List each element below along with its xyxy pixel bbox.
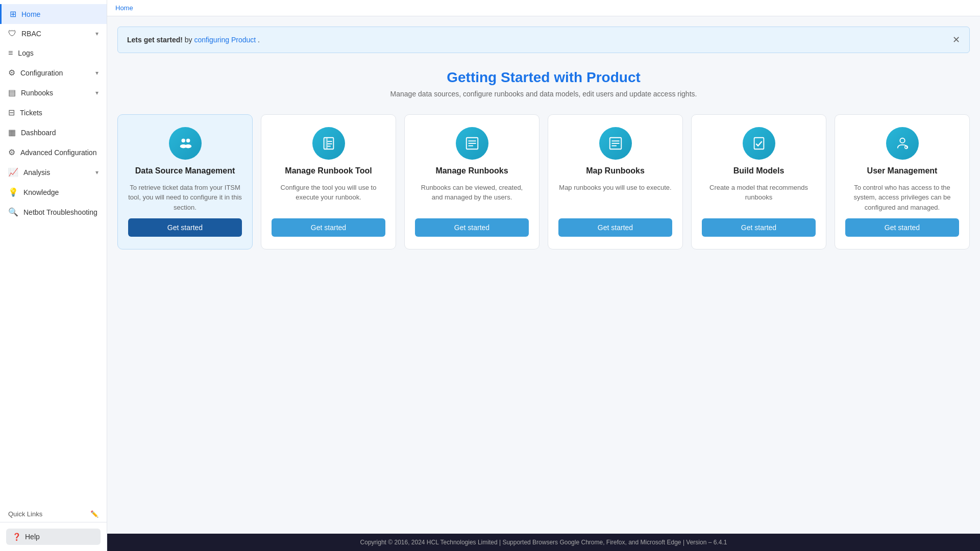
sidebar-item-knowledge[interactable]: 💡Knowledge	[0, 182, 107, 202]
sidebar-item-runbooks[interactable]: ▤Runbooks▾	[0, 83, 107, 103]
build-models-description: Create a model that recommends runbooks	[702, 183, 816, 213]
quick-links-label: Quick Links	[8, 510, 42, 518]
map-runbooks-get-started-button[interactable]: Get started	[558, 218, 672, 237]
manage-runbooks-title: Manage Runbooks	[435, 166, 508, 177]
sidebar-item-label-knowledge: Knowledge	[23, 188, 59, 196]
breadcrumb-home[interactable]: Home	[115, 4, 133, 12]
sidebar-item-netbot-troubleshooting[interactable]: 🔍Netbot Troubleshooting	[0, 202, 107, 222]
build-models-get-started-button[interactable]: Get started	[702, 218, 816, 237]
breadcrumb: Home	[107, 0, 980, 16]
cards-container: Data Source ManagementTo retrieve ticket…	[117, 114, 970, 249]
sidebar-nav: ⊞Home🛡RBAC▾≡Logs⚙Configuration▾▤Runbooks…	[0, 0, 107, 506]
sidebar-item-label-logs: Logs	[18, 49, 33, 57]
user-management-get-started-button[interactable]: Get started	[845, 218, 959, 237]
footer-text: Copyright © 2016, 2024 HCL Technologies …	[360, 539, 727, 546]
quick-links-edit-icon[interactable]: ✏️	[90, 510, 99, 518]
svg-point-0	[181, 139, 185, 143]
configuration-chevron-icon: ▾	[95, 69, 99, 77]
content-area: Lets get started! by configuring Product…	[107, 16, 980, 534]
manage-runbook-tool-description: Configure the tool you will use to execu…	[272, 183, 385, 213]
rbac-icon: 🛡	[8, 29, 16, 38]
knowledge-icon: 💡	[8, 187, 18, 197]
map-runbooks-title: Map Runbooks	[586, 166, 645, 177]
card-map-runbooks: Map RunbooksMap runbooks you will use to…	[548, 114, 683, 249]
user-management-description: To control who has access to the system,…	[845, 183, 959, 213]
sidebar-item-home[interactable]: ⊞Home	[0, 4, 107, 24]
sidebar-item-label-advanced-configuration: Advanced Configuration	[20, 148, 96, 157]
build-models-title: Build Models	[733, 166, 785, 177]
svg-point-3	[185, 144, 191, 148]
map-runbooks-icon	[599, 127, 632, 160]
sidebar-item-dashboard[interactable]: ▦Dashboard	[0, 122, 107, 142]
help-icon: ❓	[12, 533, 21, 541]
card-data-source-management: Data Source ManagementTo retrieve ticket…	[117, 114, 253, 249]
home-icon: ⊞	[10, 9, 16, 19]
help-label: Help	[25, 533, 40, 541]
manage-runbook-tool-title: Manage Runbook Tool	[285, 166, 372, 177]
sidebar-item-logs[interactable]: ≡Logs	[0, 43, 107, 63]
banner-link[interactable]: configuring Product	[194, 36, 256, 44]
tickets-icon: ⊟	[8, 108, 15, 117]
banner-prefix: Lets get started!	[127, 36, 183, 44]
sidebar-item-label-rbac: RBAC	[21, 30, 41, 38]
sidebar: ⊞Home🛡RBAC▾≡Logs⚙Configuration▾▤Runbooks…	[0, 0, 107, 551]
sidebar-item-label-runbooks: Runbooks	[21, 89, 53, 97]
sidebar-item-configuration[interactable]: ⚙Configuration▾	[0, 63, 107, 83]
rbac-chevron-icon: ▾	[95, 30, 99, 37]
quick-links-section: Quick Links ✏️	[0, 506, 107, 522]
getting-started-subtitle: Manage data sources, configure runbooks …	[117, 90, 970, 98]
data-source-management-description: To retrieve ticket data from your ITSM t…	[128, 183, 242, 213]
banner-close-button[interactable]: ✕	[952, 34, 960, 45]
sidebar-item-label-netbot-troubleshooting: Netbot Troubleshooting	[23, 208, 97, 216]
dashboard-icon: ▦	[8, 128, 16, 137]
sidebar-item-label-dashboard: Dashboard	[21, 129, 56, 137]
sidebar-bottom: ❓ Help	[0, 522, 107, 551]
runbooks-icon: ▤	[8, 88, 16, 97]
user-management-icon	[886, 127, 919, 160]
advanced-configuration-icon: ⚙	[8, 147, 15, 157]
sidebar-item-label-configuration: Configuration	[20, 69, 63, 77]
data-source-management-icon	[169, 127, 202, 160]
logs-icon: ≡	[8, 48, 13, 58]
sidebar-item-advanced-configuration[interactable]: ⚙Advanced Configuration	[0, 142, 107, 162]
sidebar-item-label-analysis: Analysis	[23, 168, 50, 177]
manage-runbook-tool-get-started-button[interactable]: Get started	[272, 218, 385, 237]
data-source-management-get-started-button[interactable]: Get started	[128, 218, 242, 237]
main-content: Home Lets get started! by configuring Pr…	[107, 0, 980, 551]
manage-runbooks-description: Runbooks can be viewed, created, and man…	[415, 183, 529, 213]
netbot-troubleshooting-icon: 🔍	[8, 207, 18, 217]
card-user-management: User ManagementTo control who has access…	[835, 114, 970, 249]
getting-started-title: Getting Started with Product	[117, 69, 970, 86]
banner: Lets get started! by configuring Product…	[117, 27, 970, 53]
banner-by: by	[185, 36, 194, 44]
getting-started-section: Getting Started with Product Manage data…	[117, 69, 970, 98]
manage-runbook-tool-icon	[312, 127, 345, 160]
sidebar-item-rbac[interactable]: 🛡RBAC▾	[0, 24, 107, 43]
build-models-icon	[743, 127, 775, 160]
runbooks-chevron-icon: ▾	[95, 89, 99, 96]
help-button[interactable]: ❓ Help	[6, 529, 101, 545]
sidebar-item-label-home: Home	[21, 10, 40, 18]
svg-rect-17	[754, 138, 764, 149]
manage-runbooks-get-started-button[interactable]: Get started	[415, 218, 529, 237]
svg-point-1	[186, 139, 190, 143]
sidebar-item-tickets[interactable]: ⊟Tickets	[0, 103, 107, 122]
card-build-models: Build ModelsCreate a model that recommen…	[691, 114, 826, 249]
configuration-icon: ⚙	[8, 68, 15, 78]
user-management-title: User Management	[867, 166, 938, 177]
card-manage-runbooks: Manage RunbooksRunbooks can be viewed, c…	[404, 114, 540, 249]
analysis-chevron-icon: ▾	[95, 169, 99, 176]
footer: Copyright © 2016, 2024 HCL Technologies …	[107, 534, 980, 551]
svg-point-18	[900, 138, 904, 143]
analysis-icon: 📈	[8, 167, 18, 177]
banner-text: Lets get started! by configuring Product…	[127, 36, 260, 44]
map-runbooks-description: Map runbooks you will use to execute.	[559, 183, 671, 213]
card-manage-runbook-tool: Manage Runbook ToolConfigure the tool yo…	[261, 114, 396, 249]
data-source-management-title: Data Source Management	[135, 166, 235, 177]
banner-suffix: .	[258, 36, 260, 44]
manage-runbooks-icon	[456, 127, 488, 160]
sidebar-item-analysis[interactable]: 📈Analysis▾	[0, 162, 107, 182]
sidebar-item-label-tickets: Tickets	[20, 109, 42, 117]
